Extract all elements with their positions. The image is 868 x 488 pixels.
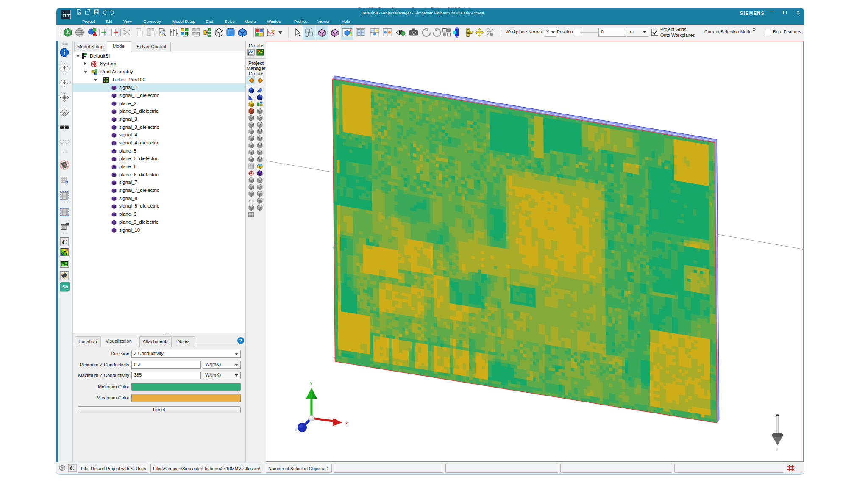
svg-text:C: C bbox=[70, 465, 74, 471]
svg-text:C: C bbox=[62, 238, 67, 245]
svg-text:Sh: Sh bbox=[62, 284, 68, 289]
svg-text:?: ? bbox=[65, 180, 68, 185]
svg-text:i: i bbox=[64, 50, 65, 56]
